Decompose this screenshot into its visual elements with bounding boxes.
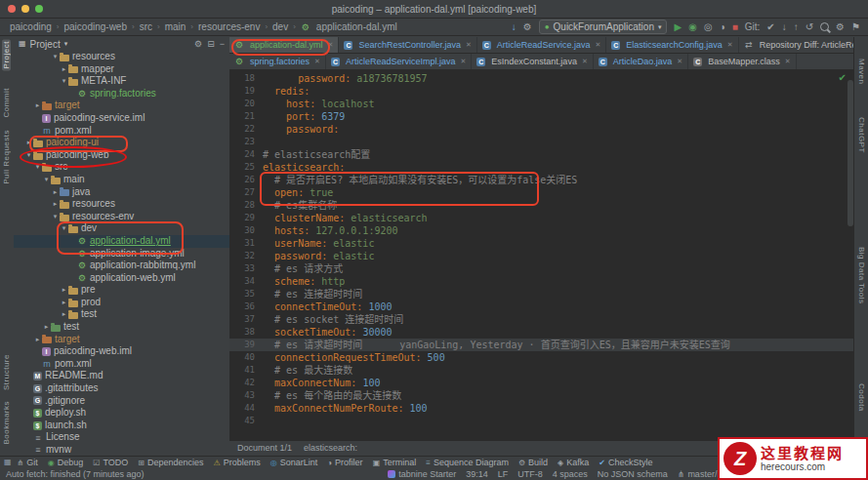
tab-close-icon[interactable]: ✕ — [314, 58, 320, 65]
editor-tab[interactable]: ⚙application-dal.yml✕ — [229, 37, 339, 53]
tree-collapse-arrow-icon[interactable]: ▾ — [51, 51, 60, 63]
status-line-separator[interactable]: LF — [498, 469, 509, 479]
tree-expand-arrow-icon[interactable]: ▸ — [60, 297, 68, 309]
tree-item-resources[interactable]: ▾resources — [14, 51, 229, 63]
project-settings-icon[interactable]: ⚙ — [194, 39, 202, 49]
breadcrumb-item[interactable]: paicoding — [8, 21, 54, 32]
tree-collapse-arrow-icon[interactable]: ▾ — [24, 149, 33, 162]
editor-tab[interactable]: CBaseMapper.class✕ — [688, 54, 796, 69]
stop-button[interactable]: ■ — [732, 22, 738, 32]
tool-window-git[interactable]: ⋔Git — [13, 458, 43, 467]
tool-window-button-maven[interactable]: Maven — [857, 59, 866, 85]
tree-expand-arrow-icon[interactable]: ▸ — [33, 100, 42, 112]
tab-close-icon[interactable]: ✕ — [582, 58, 588, 65]
tree-item-mvnw[interactable]: ≡mvnw — [14, 444, 229, 455]
tree-expand-arrow-icon[interactable]: ▸ — [60, 63, 68, 76]
git-update-icon[interactable]: ✔ — [766, 22, 774, 32]
tree-collapse-arrow-icon[interactable]: ▾ — [51, 211, 60, 223]
tree-item-paicoding-web[interactable]: ▾paicoding-web — [14, 149, 229, 162]
tree-item-target[interactable]: ▸target — [14, 334, 229, 346]
editor-tab[interactable]: ⇄Repository Diff: ArticleReadServiceImpl… — [739, 37, 854, 53]
tree-item-dev[interactable]: ▾dev — [14, 222, 229, 235]
tree-collapse-arrow-icon[interactable]: ▾ — [33, 161, 42, 174]
tool-window-checkstyle[interactable]: ✔CheckStyle — [594, 458, 657, 467]
tool-window-todo[interactable]: ☑TODO — [88, 458, 133, 467]
debug-button[interactable]: ◉ — [688, 22, 697, 32]
tree-item-launch.sh[interactable]: $launch.sh — [14, 420, 229, 432]
editor-tab[interactable]: CElasticsearchConfig.java✕ — [606, 37, 738, 53]
tree-item-META-INF[interactable]: ▾META-INF — [14, 75, 229, 88]
tool-window-kafka[interactable]: ◈Kafka — [553, 458, 594, 467]
tool-window-dependencies[interactable]: ⊞Dependencies — [133, 458, 208, 467]
chevron-down-icon[interactable]: ▾ — [64, 40, 68, 48]
tab-close-icon[interactable]: ✕ — [460, 58, 466, 65]
editor-tab[interactable]: CArticleReadServiceImpl.java✕ — [326, 54, 472, 69]
tab-close-icon[interactable]: ✕ — [595, 41, 600, 49]
tree-item-test[interactable]: ▸test — [14, 321, 229, 334]
tool-window-terminal[interactable]: ▣Terminal — [368, 458, 422, 467]
tool-window-button-commit[interactable]: Commit — [2, 88, 11, 118]
tree-item-resources-env[interactable]: ▾resources-env — [14, 211, 229, 223]
tree-collapse-arrow-icon[interactable]: ▾ — [60, 222, 68, 235]
tab-close-icon[interactable]: ✕ — [677, 58, 682, 65]
tree-item-application-image.yml[interactable]: ⚙application-image.yml — [14, 248, 229, 260]
status-json-schema[interactable]: No JSON schema — [598, 469, 668, 479]
yaml-breadcrumb[interactable]: elasticsearch: — [304, 443, 357, 453]
coverage-button[interactable]: ◎ — [704, 22, 713, 32]
tree-item-pom.xml[interactable]: mpom.xml — [14, 125, 229, 138]
tree-item-pom.xml[interactable]: mpom.xml — [14, 358, 229, 371]
tree-item-java[interactable]: ▸java — [14, 186, 229, 199]
close-window-button[interactable] — [8, 5, 16, 13]
minimize-window-button[interactable] — [21, 5, 29, 13]
tree-expand-arrow-icon[interactable]: ▸ — [60, 308, 68, 321]
status-caret-position[interactable]: 39:14 — [466, 469, 488, 479]
collapse-all-icon[interactable]: ⊟ — [207, 39, 215, 49]
tree-item-mapper[interactable]: ▸mapper — [14, 63, 229, 76]
tree-item-README.md[interactable]: MREADME.md — [14, 370, 229, 382]
tree-collapse-arrow-icon[interactable]: ▾ — [42, 174, 51, 186]
tree-collapse-arrow-icon[interactable]: ▾ — [60, 75, 68, 88]
breadcrumb-item[interactable]: src — [138, 21, 154, 32]
tree-item-.gitattributes[interactable]: G.gitattributes — [14, 382, 229, 395]
tab-close-icon[interactable]: ✕ — [785, 58, 791, 65]
git-push-icon[interactable]: ↑ — [794, 22, 799, 32]
build-project-icon[interactable]: ⚙ — [523, 22, 532, 32]
run-button[interactable]: ▶ — [674, 22, 682, 32]
search-everywhere-icon[interactable] — [820, 22, 829, 31]
tool-window-button-bookmarks[interactable]: Bookmarks — [2, 401, 11, 445]
tree-item-src[interactable]: ▾src — [14, 161, 229, 174]
editor-tab[interactable]: CEsIndexConstant.java✕ — [472, 54, 593, 69]
git-rollback-icon[interactable]: ↺ — [806, 22, 813, 32]
breadcrumb-item[interactable]: paicoding-web — [62, 21, 129, 32]
tree-expand-arrow-icon[interactable]: ▸ — [24, 137, 33, 149]
breadcrumb-item[interactable]: dev — [270, 21, 290, 32]
tree-item-.gitignore[interactable]: G.gitignore — [14, 395, 229, 408]
tree-item-application-web.yml[interactable]: ⚙application-web.yml — [14, 272, 229, 285]
tool-window-button-project[interactable]: Project — [2, 39, 11, 70]
tool-window-sequence-diagram[interactable]: ≡Sequence Diagram — [421, 458, 514, 467]
settings-gear-icon[interactable]: ⚙ — [836, 22, 845, 32]
run-configuration-select[interactable]: ● QuickForumApplication ▾ — [539, 20, 668, 34]
tool-window-button-chatgpt[interactable]: ChatGPT — [857, 117, 866, 153]
zoom-window-button[interactable] — [35, 5, 43, 13]
breadcrumb-item[interactable]: main — [163, 21, 188, 32]
tool-window-build[interactable]: ⚙Build — [514, 458, 553, 467]
tree-item-paicoding-ui[interactable]: ▸paicoding-ui — [14, 137, 229, 149]
breadcrumb-item[interactable]: ⚙application-dal.yml — [299, 21, 399, 32]
tree-item-paicoding-web.iml[interactable]: Ipaicoding-web.iml — [14, 345, 229, 358]
tree-item-prod[interactable]: ▸prod — [14, 297, 229, 309]
notifications-bell-icon[interactable]: ⚑ — [851, 22, 860, 32]
tree-expand-arrow-icon[interactable]: ▸ — [51, 186, 60, 199]
tree-item-License[interactable]: ≡License — [14, 431, 229, 444]
tool-window-profiler[interactable]: ◑Profiler — [322, 458, 367, 467]
tree-expand-arrow-icon[interactable]: ▸ — [42, 321, 51, 334]
tree-item-pre[interactable]: ▸pre — [14, 284, 229, 297]
status-tabnine[interactable]: tabnine Starter — [388, 469, 456, 479]
tool-window-button-structure[interactable]: Structure — [2, 354, 11, 390]
breadcrumb-item[interactable]: resources-env — [196, 21, 262, 32]
tool-window-button-pull-requests[interactable]: Pull Requests — [2, 130, 11, 184]
tab-close-icon[interactable]: ✕ — [466, 41, 472, 49]
tool-window-button-big-data-tools[interactable]: Big Data Tools — [857, 247, 866, 303]
update-project-icon[interactable]: ↓ — [512, 22, 517, 32]
tool-window-debug[interactable]: ◉Debug — [43, 458, 89, 467]
